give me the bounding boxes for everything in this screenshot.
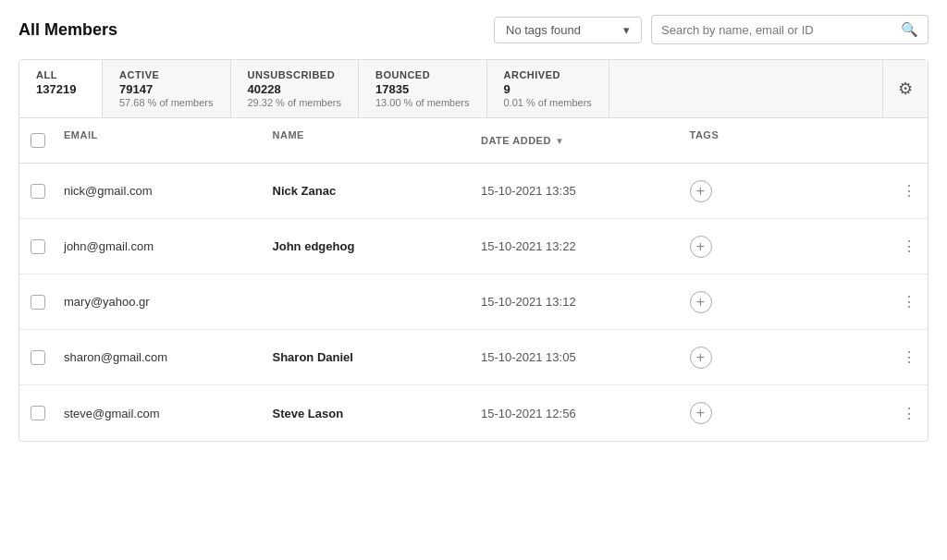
row1-add-tag-button[interactable]: + <box>690 180 712 202</box>
sort-down-icon: ▼ <box>555 136 564 146</box>
tab-bounced-count: 17835 <box>375 82 470 96</box>
row1-actions: ⋮ <box>891 167 928 214</box>
row2-kebab-button[interactable]: ⋮ <box>898 234 920 259</box>
search-box: 🔍 <box>651 15 929 44</box>
row3-actions: ⋮ <box>891 278 928 325</box>
tags-dropdown[interactable]: No tags found ▾ <box>494 17 642 43</box>
page-header: All Members No tags found ▾ 🔍 <box>18 15 929 44</box>
table-row: sharon@gmail.com Sharon Daniel 15-10-202… <box>19 330 928 385</box>
row1-email: nick@gmail.com <box>56 173 265 209</box>
header-controls: No tags found ▾ 🔍 <box>494 15 929 44</box>
tab-active-count: 79147 <box>119 82 214 96</box>
row4-tags: + <box>683 335 892 380</box>
row3-email: mary@yahoo.gr <box>56 284 265 320</box>
tab-active[interactable]: ACTIVE 79147 57.68 % of members <box>103 60 231 117</box>
row3-date: 15-10-2021 13:12 <box>474 284 683 320</box>
tab-spacer <box>609 60 882 117</box>
tab-all-label: ALL <box>36 69 85 80</box>
row2-tags: + <box>683 225 892 269</box>
tabs-row: ALL 137219 ACTIVE 79147 57.68 % of membe… <box>18 59 929 118</box>
row2-actions: ⋮ <box>891 223 928 270</box>
table-row: mary@yahoo.gr 15-10-2021 13:12 + ⋮ <box>19 274 928 330</box>
row1-tags: + <box>683 169 892 213</box>
col-header-name: NAME <box>265 126 474 155</box>
col-header-actions <box>891 126 928 155</box>
row2-name: John edgehog <box>265 228 474 264</box>
row1-name: Nick Zanac <box>265 173 474 209</box>
row1-date: 15-10-2021 13:35 <box>474 173 683 209</box>
tags-dropdown-label: No tags found <box>506 23 581 37</box>
row3-name <box>265 291 474 313</box>
members-table: EMAIL NAME DATE ADDED ▼ TAGS nick@gmail.… <box>18 118 929 442</box>
row4-kebab-button[interactable]: ⋮ <box>898 345 920 370</box>
row5-actions: ⋮ <box>891 390 928 437</box>
row3-add-tag-button[interactable]: + <box>690 291 712 313</box>
table-row: steve@gmail.com Steve Lason 15-10-2021 1… <box>19 385 928 441</box>
tab-active-label: ACTIVE <box>119 69 214 80</box>
row4-email: sharon@gmail.com <box>56 339 265 375</box>
row3-kebab-button[interactable]: ⋮ <box>898 289 920 314</box>
tab-archived-label: ARCHIVED <box>504 69 592 80</box>
table-header: EMAIL NAME DATE ADDED ▼ TAGS <box>19 118 928 164</box>
tab-unsubscribed-pct: 29.32 % of members <box>248 97 342 108</box>
row3-tags: + <box>683 280 892 324</box>
tab-archived-pct: 0.01 % of members <box>504 97 592 108</box>
row3-checkbox[interactable] <box>31 295 45 310</box>
row4-add-tag-button[interactable]: + <box>690 347 712 369</box>
row2-date: 15-10-2021 13:22 <box>474 228 683 264</box>
row4-name: Sharon Daniel <box>265 339 474 375</box>
select-all-cell[interactable] <box>19 126 56 155</box>
settings-button[interactable]: ⚙ <box>882 60 928 117</box>
col-header-tags: TAGS <box>683 126 892 155</box>
row5-add-tag-button[interactable]: + <box>690 402 712 424</box>
row4-date: 15-10-2021 13:05 <box>474 339 683 375</box>
tab-archived[interactable]: ARCHIVED 9 0.01 % of members <box>487 60 609 117</box>
tab-bounced[interactable]: BOUNCED 17835 13.00 % of members <box>359 60 487 117</box>
row2-add-tag-button[interactable]: + <box>690 236 712 258</box>
tab-archived-count: 9 <box>504 82 592 96</box>
row4-checkbox[interactable] <box>31 350 45 365</box>
page-title: All Members <box>18 20 117 40</box>
chevron-down-icon: ▾ <box>623 23 630 37</box>
row2-checkbox-cell[interactable] <box>19 232 56 262</box>
row1-checkbox-cell[interactable] <box>19 177 56 206</box>
tab-all-count: 137219 <box>36 82 85 96</box>
tab-bounced-pct: 13.00 % of members <box>375 97 470 108</box>
gear-icon: ⚙ <box>898 79 913 99</box>
row5-kebab-button[interactable]: ⋮ <box>898 401 920 426</box>
search-input[interactable] <box>661 23 895 37</box>
row2-checkbox[interactable] <box>31 239 45 254</box>
row3-checkbox-cell[interactable] <box>19 287 56 317</box>
row5-checkbox-cell[interactable] <box>19 398 56 428</box>
table-row: nick@gmail.com Nick Zanac 15-10-2021 13:… <box>19 164 928 219</box>
col-header-email: EMAIL <box>56 126 265 155</box>
row5-tags: + <box>683 391 892 435</box>
row1-checkbox[interactable] <box>31 184 45 199</box>
row5-date: 15-10-2021 12:56 <box>474 396 683 432</box>
tab-unsubscribed-count: 40228 <box>248 82 342 96</box>
tab-unsubscribed[interactable]: UNSUBSCRIBED 40228 29.32 % of members <box>231 60 360 117</box>
row5-name: Steve Lason <box>265 396 474 432</box>
select-all-checkbox[interactable] <box>31 133 45 148</box>
tab-all[interactable]: ALL 137219 <box>19 60 103 117</box>
row5-email: steve@gmail.com <box>56 396 265 432</box>
search-icon: 🔍 <box>901 21 918 38</box>
row5-checkbox[interactable] <box>31 406 45 420</box>
col-header-date[interactable]: DATE ADDED ▼ <box>474 126 683 155</box>
row4-checkbox-cell[interactable] <box>19 343 56 372</box>
row1-kebab-button[interactable]: ⋮ <box>898 178 920 203</box>
row4-actions: ⋮ <box>891 334 928 381</box>
tab-active-pct: 57.68 % of members <box>119 97 214 108</box>
tab-bounced-label: BOUNCED <box>375 69 470 80</box>
tab-unsubscribed-label: UNSUBSCRIBED <box>248 69 342 80</box>
row2-email: john@gmail.com <box>56 228 265 264</box>
table-row: john@gmail.com John edgehog 15-10-2021 1… <box>19 219 928 274</box>
page-wrapper: All Members No tags found ▾ 🔍 ALL 137219… <box>0 0 947 560</box>
